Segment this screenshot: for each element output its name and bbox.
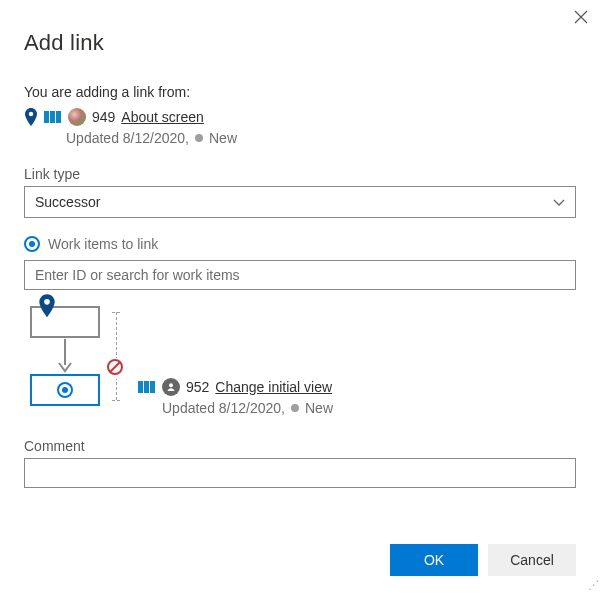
linked-updated: Updated 8/12/2020, bbox=[162, 400, 285, 416]
work-items-search-input[interactable] bbox=[24, 260, 576, 290]
svg-rect-3 bbox=[56, 111, 61, 123]
not-allowed-icon bbox=[106, 358, 124, 379]
cancel-button[interactable]: Cancel bbox=[488, 544, 576, 576]
svg-rect-9 bbox=[144, 381, 149, 393]
source-state: New bbox=[209, 130, 237, 146]
linked-state: New bbox=[305, 400, 333, 416]
link-type-value: Successor bbox=[35, 194, 100, 210]
linked-work-item-link[interactable]: Change initial view bbox=[215, 379, 332, 395]
svg-point-11 bbox=[169, 383, 173, 387]
comment-label: Comment bbox=[24, 438, 576, 454]
link-type-select[interactable]: Successor bbox=[24, 186, 576, 218]
svg-rect-1 bbox=[44, 111, 49, 123]
target-icon bbox=[57, 382, 73, 398]
svg-rect-10 bbox=[150, 381, 155, 393]
resize-grip-icon[interactable]: ⋰ bbox=[587, 578, 598, 592]
ok-button[interactable]: OK bbox=[390, 544, 478, 576]
backlog-item-icon bbox=[44, 110, 62, 124]
state-dot-icon bbox=[291, 404, 299, 412]
source-updated: Updated 8/12/2020, bbox=[66, 130, 189, 146]
svg-rect-2 bbox=[50, 111, 55, 123]
backlog-item-icon bbox=[138, 380, 156, 394]
assignee-avatar bbox=[68, 108, 86, 126]
dialog-prompt: You are adding a link from: bbox=[24, 84, 576, 100]
work-items-radio[interactable] bbox=[24, 236, 40, 252]
source-work-item-link[interactable]: About screen bbox=[121, 109, 204, 125]
link-diagram bbox=[24, 306, 124, 406]
chevron-down-icon bbox=[553, 194, 565, 210]
svg-point-0 bbox=[29, 112, 33, 116]
dialog-title: Add link bbox=[24, 30, 576, 56]
comment-input[interactable] bbox=[24, 458, 576, 488]
linked-work-item-id: 952 bbox=[186, 379, 209, 395]
arrow-down-icon bbox=[30, 338, 100, 374]
svg-point-4 bbox=[44, 299, 50, 305]
svg-rect-8 bbox=[138, 381, 143, 393]
pin-icon bbox=[24, 108, 38, 131]
unassigned-avatar-icon bbox=[162, 378, 180, 396]
work-items-label: Work items to link bbox=[48, 236, 158, 252]
source-work-item-id: 949 bbox=[92, 109, 115, 125]
pin-icon bbox=[38, 294, 56, 323]
close-button[interactable] bbox=[574, 10, 588, 27]
state-dot-icon bbox=[195, 134, 203, 142]
link-type-label: Link type bbox=[24, 166, 576, 182]
